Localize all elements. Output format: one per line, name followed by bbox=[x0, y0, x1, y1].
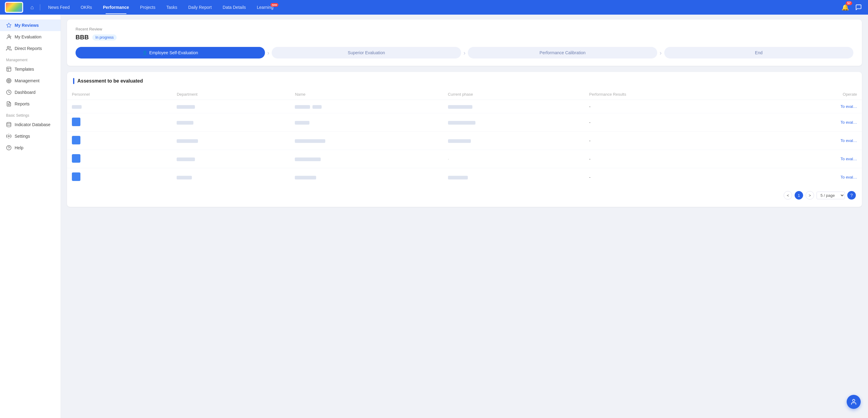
sidebar-item-templates[interactable]: Templates bbox=[0, 63, 61, 75]
sidebar-item-help[interactable]: Help bbox=[0, 142, 61, 154]
cell-dept-4 bbox=[172, 150, 290, 168]
sidebar-reports-label: Reports bbox=[14, 101, 30, 106]
main-content: 于大飞-tita.com Recent Review BBB In progre… bbox=[61, 0, 868, 213]
star-icon bbox=[6, 23, 11, 28]
sidebar-item-indicator-database[interactable]: Indicator Database bbox=[0, 119, 61, 130]
cell-phase-3 bbox=[443, 131, 585, 150]
learning-new-badge: new bbox=[271, 3, 278, 7]
page-1-button[interactable]: 1 bbox=[795, 191, 803, 200]
table-row: - To eval… bbox=[67, 100, 862, 113]
svg-point-8 bbox=[8, 81, 9, 81]
notification-button[interactable]: 🔔 57 bbox=[840, 2, 850, 12]
step-self-eval[interactable]: 👤 Employee Self-Evaluation bbox=[75, 47, 265, 59]
settings-icon bbox=[6, 133, 11, 139]
basic-settings-section-label: Basic Settings bbox=[0, 110, 61, 119]
nav-data-details[interactable]: Data Details bbox=[218, 3, 250, 11]
nav-learning[interactable]: Learning new bbox=[252, 3, 278, 11]
col-personnel: Personnel bbox=[67, 89, 172, 100]
svg-point-2 bbox=[7, 46, 9, 48]
logo[interactable] bbox=[5, 2, 23, 13]
sidebar-help-label: Help bbox=[14, 145, 24, 150]
blurred-name-4 bbox=[295, 157, 321, 161]
blurred-name-5 bbox=[295, 176, 316, 179]
cell-dept-1 bbox=[172, 100, 290, 113]
cell-name-5 bbox=[290, 168, 443, 186]
col-name: Name bbox=[290, 89, 443, 100]
nav-performance[interactable]: Performance bbox=[99, 3, 133, 11]
sidebar-direct-reports-label: Direct Reports bbox=[14, 46, 42, 51]
sidebar-item-my-reviews[interactable]: My Reviews bbox=[0, 20, 61, 31]
cell-name-1 bbox=[290, 100, 443, 113]
step-calibration[interactable]: Performance Calibration bbox=[468, 47, 657, 59]
nav-tasks[interactable]: Tasks bbox=[162, 3, 182, 11]
cell-phase-1 bbox=[443, 100, 585, 113]
cell-personnel-5 bbox=[67, 168, 172, 186]
cell-perf-1: - bbox=[585, 100, 762, 113]
svg-point-12 bbox=[7, 122, 11, 124]
blurred-name-1b bbox=[312, 105, 321, 109]
sidebar-item-reports[interactable]: Reports bbox=[0, 98, 61, 110]
sidebar-templates-label: Templates bbox=[14, 67, 34, 71]
cell-operate-1: To eval… bbox=[762, 100, 862, 113]
step-arrow-3: › bbox=[660, 49, 662, 56]
blurred-name-3 bbox=[295, 139, 325, 143]
nav-projects[interactable]: Projects bbox=[136, 3, 160, 11]
svg-point-1 bbox=[8, 35, 10, 36]
nav-daily-report[interactable]: Daily Report bbox=[184, 3, 216, 11]
fab-button[interactable] bbox=[847, 395, 861, 409]
step-self-eval-label: Employee Self-Evaluation bbox=[149, 50, 198, 55]
blurred-dept-4 bbox=[177, 157, 195, 161]
to-eval-link-2[interactable]: To eval… bbox=[841, 120, 857, 125]
user-check-icon bbox=[6, 34, 11, 39]
step-self-eval-icon: 👤 bbox=[142, 50, 147, 55]
assessment-card: Assessment to be evaluated Personnel Dep… bbox=[67, 72, 862, 207]
sidebar-item-dashboard[interactable]: Dashboard bbox=[0, 87, 61, 98]
step-arrow-1: › bbox=[268, 49, 270, 56]
sidebar-item-direct-reports[interactable]: Direct Reports bbox=[0, 43, 61, 54]
eval-table: Personnel Department Name Current phase … bbox=[67, 89, 862, 186]
help-circle-icon bbox=[6, 145, 11, 150]
sidebar-item-management[interactable]: Management bbox=[0, 75, 61, 87]
cell-operate-3: To eval… bbox=[762, 131, 862, 150]
target-icon bbox=[6, 78, 11, 84]
cell-name-2 bbox=[290, 113, 443, 131]
blurred-phase-2 bbox=[448, 121, 475, 125]
step-end[interactable]: End bbox=[664, 47, 854, 59]
section-title: Assessment to be evaluated bbox=[78, 78, 143, 84]
cell-perf-5: - bbox=[585, 168, 762, 186]
home-button[interactable]: ⌂ bbox=[28, 3, 36, 12]
to-eval-link-5[interactable]: To eval… bbox=[841, 175, 857, 179]
review-card: Recent Review BBB In progress 👤 Employee… bbox=[67, 20, 862, 66]
page-help-button[interactable]: ? bbox=[847, 191, 856, 200]
section-title-row: Assessment to be evaluated bbox=[67, 78, 862, 89]
page-size-select[interactable]: 5 / page 10 / page 20 / page bbox=[816, 191, 845, 199]
notification-count: 57 bbox=[846, 1, 852, 5]
cell-dept-5 bbox=[172, 168, 290, 186]
chat-button[interactable] bbox=[854, 3, 863, 12]
status-badge: In progress bbox=[92, 34, 117, 40]
sidebar-item-settings[interactable]: Settings bbox=[0, 130, 61, 142]
to-eval-link-1[interactable]: To eval… bbox=[841, 104, 857, 109]
step-calibration-label: Performance Calibration bbox=[540, 50, 586, 55]
steps-row: 👤 Employee Self-Evaluation › Superior Ev… bbox=[75, 47, 854, 59]
review-label: Recent Review bbox=[75, 27, 854, 31]
next-page-button[interactable]: > bbox=[806, 191, 814, 200]
sidebar-item-my-evaluation[interactable]: My Evaluation bbox=[0, 31, 61, 43]
cell-name-3 bbox=[290, 131, 443, 150]
sidebar-settings-label: Settings bbox=[14, 134, 30, 139]
prev-page-button[interactable]: < bbox=[784, 191, 792, 200]
sidebar-my-evaluation-label: My Evaluation bbox=[14, 34, 41, 39]
table-row: - To eval… bbox=[67, 131, 862, 150]
step-superior-eval[interactable]: Superior Evaluation bbox=[272, 47, 461, 59]
cell-phase-4: · bbox=[443, 150, 585, 168]
blurred-dept-1 bbox=[177, 105, 195, 109]
nav-news-feed[interactable]: News Feed bbox=[44, 3, 74, 11]
blurred-dept-2 bbox=[177, 121, 193, 125]
to-eval-link-3[interactable]: To eval… bbox=[841, 138, 857, 143]
review-title: BBB bbox=[75, 34, 89, 41]
cell-dept-3 bbox=[172, 131, 290, 150]
to-eval-link-4[interactable]: To eval… bbox=[841, 157, 857, 161]
step-arrow-2: › bbox=[464, 49, 466, 56]
cell-perf-3: - bbox=[585, 131, 762, 150]
nav-okrs[interactable]: OKRs bbox=[76, 3, 96, 11]
